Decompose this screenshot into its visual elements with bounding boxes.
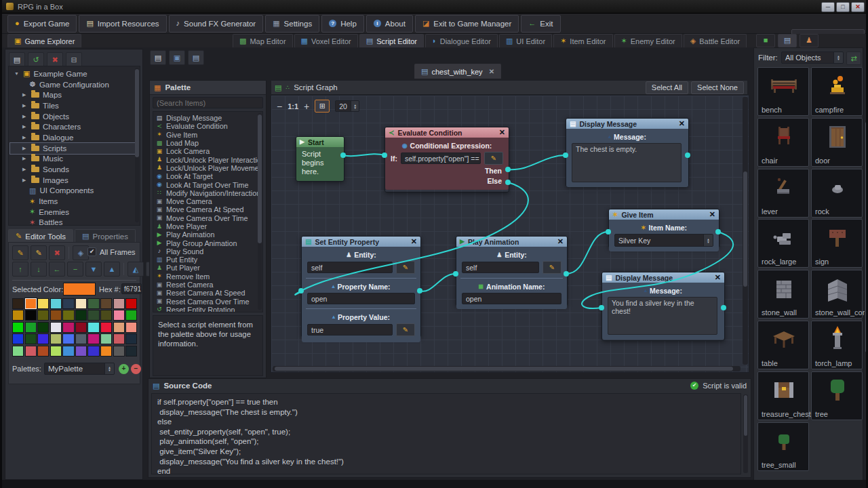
palette-item-play-group-animation[interactable]: ▶Play Group Animation — [156, 239, 262, 247]
expand-arrow-icon[interactable]: ▶ — [22, 156, 28, 161]
object-card-tree[interactable]: tree — [811, 371, 863, 420]
settings-button[interactable]: ▦Settings — [265, 15, 319, 33]
node-display-message-1[interactable]: ▤ Display Message ✕ ▴Message: The chest … — [566, 118, 689, 187]
palette-item-play-animation[interactable]: ▶Play Animation — [156, 230, 262, 239]
tree-item-music[interactable]: ▶Music — [10, 154, 138, 165]
tree-item-maps[interactable]: ▶Maps — [10, 89, 138, 100]
zoom-out-button[interactable]: − — [277, 101, 282, 112]
color-swatch[interactable] — [75, 322, 87, 333]
node-play-animation[interactable]: ▶ Play Animation ✕ ♟Entity: self ✎ ▦Anim… — [456, 236, 568, 306]
zoom-in-button[interactable]: + — [304, 101, 309, 112]
tab-script-editor[interactable]: ▤Script Editor — [359, 34, 424, 47]
node-set-entity-property[interactable]: ▤ Set Entity Property ✕ ♟Entity: self ✎ … — [301, 236, 421, 338]
color-swatch[interactable] — [125, 322, 137, 333]
object-card-rock[interactable]: rock — [811, 169, 863, 218]
color-swatch[interactable] — [125, 298, 137, 309]
color-swatch[interactable] — [37, 298, 49, 309]
tab-game-explorer[interactable]: ▣ Game Explorer — [7, 34, 81, 47]
item-name-select[interactable]: Silver Key ▲▼ — [614, 234, 713, 247]
object-card-door[interactable]: door — [811, 118, 863, 167]
object-card-stone-wall-cor[interactable]: stone_wall_cor — [811, 270, 863, 319]
color-swatch[interactable] — [100, 322, 112, 333]
expand-arrow-icon[interactable]: ▶ — [22, 92, 28, 98]
color-swatch[interactable] — [12, 298, 24, 309]
node-display-message-2[interactable]: ▤ Display Message ✕ ▴Message: You find a… — [601, 272, 725, 341]
palette-item-evaluate-condition[interactable]: ≺Evaluate Condition — [156, 122, 262, 130]
node-evaluate-condition[interactable]: ≺ Evaluate Condition ✕ ◉Conditional Expr… — [384, 127, 509, 192]
tab-voxel-editor[interactable]: ▦Voxel Editor — [294, 34, 358, 47]
message-textarea[interactable]: You find a silver key in the chest! — [608, 297, 717, 335]
tree-item-images[interactable]: ▶Images — [10, 175, 138, 186]
color-swatch[interactable] — [113, 298, 125, 309]
grid-size-spinner[interactable]: 20 ▲▼ — [335, 100, 359, 112]
layer-up-tool[interactable]: ▲ — [104, 262, 120, 277]
minimize-button[interactable]: ─ — [821, 2, 835, 12]
palette-select[interactable]: MyPalette ▲▼ — [44, 363, 115, 375]
filter-select-spinner[interactable]: ▲▼ — [833, 52, 843, 63]
expand-arrow-icon[interactable]: ▶ — [22, 114, 28, 119]
object-card-sign[interactable]: sign — [811, 219, 863, 268]
color-swatch[interactable] — [113, 322, 125, 333]
add-palette-button[interactable]: + — [119, 364, 129, 374]
objects-scrollbar[interactable] — [865, 47, 868, 481]
palette-select-spinner[interactable]: ▲▼ — [104, 363, 114, 374]
graph-vscrollbar[interactable] — [743, 97, 748, 365]
new-resource-button[interactable]: ▤ — [9, 52, 25, 67]
color-swatch[interactable] — [25, 310, 37, 321]
tree-item-sounds[interactable]: ▶Sounds — [10, 164, 138, 175]
source-vscrollbar[interactable] — [743, 394, 748, 473]
palette-item-reset-camera-over-time[interactable]: ▣Reset Camera Over Time — [156, 298, 262, 306]
save-script-button[interactable]: ▣ — [169, 50, 185, 65]
tree-item-battles[interactable]: ✶Battles — [10, 218, 138, 228]
edit-entity-button[interactable]: ✎ — [542, 261, 561, 274]
color-swatch[interactable] — [50, 310, 62, 321]
color-swatch[interactable] — [37, 333, 49, 344]
close-button[interactable]: ✕ — [851, 2, 865, 12]
palette-item-move-camera[interactable]: ▣Move Camera — [156, 197, 262, 205]
palette-item-lock-unlock-player-movement[interactable]: ♟Lock/Unlock Player Movement — [156, 164, 262, 172]
hex-input[interactable]: f6791f — [121, 283, 142, 294]
about-button[interactable]: iAbout — [366, 15, 413, 33]
tree-item-tiles[interactable]: ▶Tiles — [10, 100, 138, 111]
tree-item-ui-components[interactable]: ▥UI Components — [10, 186, 138, 197]
palette-item-move-player[interactable]: ♟Move Player — [156, 222, 262, 230]
expand-arrow-icon[interactable]: ▶ — [22, 103, 28, 108]
tree-item-enemies[interactable]: ✶Enemies — [10, 207, 138, 218]
tree-item-scripts[interactable]: ▶Scripts — [10, 143, 138, 154]
maximize-button[interactable]: □ — [836, 2, 850, 12]
shift-left-tool[interactable]: ← — [49, 262, 65, 277]
shift-up-tool[interactable]: ↑ — [12, 262, 28, 277]
color-swatch[interactable] — [75, 333, 87, 344]
duplicate-script-button[interactable]: ▤ — [188, 50, 204, 65]
object-card-torch-lamp[interactable]: torch_lamp — [811, 321, 863, 369]
refresh-objects-button[interactable]: ⇄ — [846, 52, 861, 65]
color-swatch[interactable] — [62, 298, 74, 309]
object-card-lever[interactable]: lever — [757, 169, 809, 218]
color-swatch[interactable] — [25, 346, 37, 357]
mirror-tool[interactable]: ◭ — [127, 262, 144, 277]
item-select-spinner[interactable]: ▲▼ — [703, 235, 713, 246]
condition-expression-input[interactable]: self.property["open"] == true — [401, 152, 481, 164]
message-textarea[interactable]: The chest is empty. — [572, 143, 682, 182]
property-name-input[interactable]: open — [307, 293, 415, 304]
color-swatch[interactable] — [75, 310, 87, 321]
color-swatch[interactable] — [62, 333, 74, 344]
color-swatch[interactable] — [75, 346, 87, 357]
palette-item-reset-entity-rotation[interactable]: ↺Reset Entity Rotation — [156, 306, 262, 312]
tree-item-game-configuration[interactable]: ☸Game Configuration — [10, 79, 138, 90]
picker-tool[interactable]: ◈ — [73, 245, 89, 260]
palette-item-modify-navigation-interaction[interactable]: ∷Modify Navigation/Interaction — [156, 189, 262, 197]
import-resources-button[interactable]: ▤Import Resources — [79, 15, 166, 33]
color-swatch[interactable] — [100, 298, 112, 309]
tree-item-characters[interactable]: ▶Characters — [10, 121, 138, 132]
palette-item-look-at-target-over-time[interactable]: ◉Look At Target Over Time — [156, 180, 262, 188]
palette-item-reset-camera[interactable]: ▣Reset Camera — [156, 281, 262, 289]
color-swatch[interactable] — [12, 310, 24, 321]
palette-item-display-message[interactable]: ▤Display Message — [156, 114, 262, 122]
close-node-icon[interactable]: ✕ — [715, 273, 721, 282]
close-tab-icon[interactable]: ✕ — [489, 68, 494, 75]
tab-battle-editor[interactable]: ◈Battle Editor — [684, 34, 747, 47]
palette-item-put-entity[interactable]: ▥Put Entity — [156, 256, 262, 264]
expand-arrow-icon[interactable]: ▶ — [22, 167, 28, 172]
exit-button[interactable]: ←Exit — [521, 15, 560, 33]
